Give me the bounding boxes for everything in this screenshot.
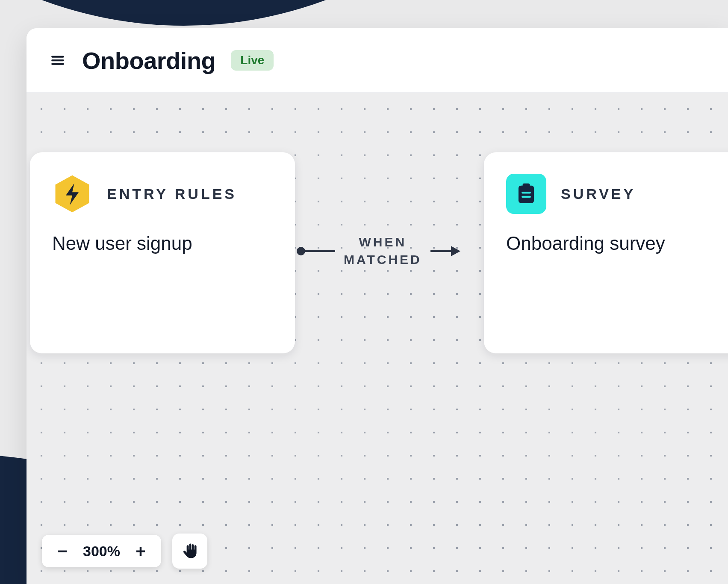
svg-rect-9 bbox=[522, 196, 531, 198]
arrow-right-icon bbox=[430, 243, 460, 259]
app-panel: Onboarding Live ENTRY RULES New user sig… bbox=[27, 28, 728, 584]
status-badge: Live bbox=[231, 50, 274, 71]
pan-button[interactable] bbox=[172, 534, 207, 569]
header: Onboarding Live bbox=[27, 28, 728, 93]
menu-icon bbox=[50, 53, 65, 68]
flow-canvas[interactable]: ENTRY RULES New user signup WHEN MATCHED bbox=[27, 92, 728, 584]
zoom-control: − 300% + bbox=[42, 535, 161, 567]
hand-icon bbox=[181, 542, 199, 560]
clipboard-icon bbox=[506, 174, 546, 214]
canvas-toolbar: − 300% + bbox=[42, 534, 207, 569]
edge-label-line2: MATCHED bbox=[344, 251, 422, 269]
edge-label-line1: WHEN bbox=[344, 234, 422, 251]
svg-rect-6 bbox=[519, 186, 534, 203]
page-title: Onboarding bbox=[82, 47, 215, 74]
node-body: Onboarding survey bbox=[506, 233, 728, 254]
svg-marker-5 bbox=[451, 246, 460, 256]
zoom-value: 300% bbox=[83, 543, 120, 560]
node-header: ENTRY RULES bbox=[52, 174, 273, 214]
node-body: New user signup bbox=[52, 233, 273, 254]
node-label: ENTRY RULES bbox=[107, 186, 237, 202]
node-label: SURVEY bbox=[561, 186, 636, 202]
zoom-in-button[interactable]: + bbox=[133, 542, 148, 560]
node-survey[interactable]: SURVEY Onboarding survey bbox=[484, 152, 728, 353]
node-header: SURVEY bbox=[506, 174, 728, 214]
zoom-out-button[interactable]: − bbox=[55, 542, 70, 560]
decorative-circle bbox=[0, 0, 590, 26]
bolt-icon bbox=[52, 174, 92, 214]
edge-start bbox=[297, 247, 335, 255]
svg-rect-8 bbox=[522, 192, 531, 193]
edge-label: WHEN MATCHED bbox=[344, 234, 422, 268]
node-entry-rules[interactable]: ENTRY RULES New user signup bbox=[30, 152, 295, 353]
menu-button[interactable] bbox=[49, 51, 67, 69]
svg-rect-7 bbox=[523, 184, 530, 188]
flow-edge: WHEN MATCHED bbox=[297, 234, 460, 268]
